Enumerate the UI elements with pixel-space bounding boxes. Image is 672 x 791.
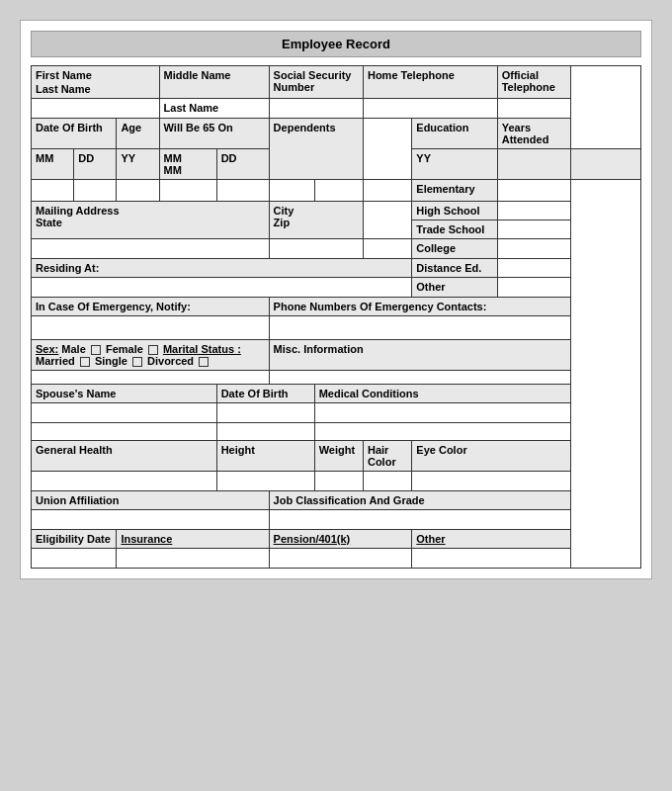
social-security-input[interactable] <box>269 99 363 119</box>
height-input[interactable] <box>216 472 314 491</box>
emergency-input[interactable] <box>32 316 270 340</box>
dd-input[interactable] <box>74 180 117 202</box>
emergency-phone-input[interactable] <box>269 316 570 340</box>
spouse-name-input[interactable] <box>32 403 217 423</box>
college-input[interactable] <box>497 239 570 259</box>
general-health-input[interactable] <box>32 472 217 491</box>
mailing-address-input[interactable] <box>32 239 270 259</box>
job-classification-input[interactable] <box>269 510 570 530</box>
yy-label: YY <box>117 149 159 180</box>
middle-name-input[interactable]: Last Name <box>159 99 269 119</box>
union-affiliation-input[interactable] <box>32 510 270 530</box>
hair-color-input[interactable] <box>363 472 411 491</box>
job-classification-label: Job Classification And Grade <box>269 491 570 510</box>
spouse-name-label: Spouse's Name <box>32 385 217 403</box>
dob2-extra <box>216 423 314 441</box>
city-input[interactable] <box>363 202 411 239</box>
emergency-phone-label: Phone Numbers Of Emergency Contacts: <box>269 298 570 316</box>
misc-info-label: Misc. Information <box>269 340 570 371</box>
dob2-input[interactable] <box>216 403 314 423</box>
trade-school-label: Trade School <box>412 220 497 239</box>
city-label: City Zip <box>269 202 363 239</box>
mm-input[interactable] <box>32 180 74 202</box>
eligibility-date-input[interactable] <box>32 549 117 569</box>
years-attended-label: Years Attended <box>497 119 570 149</box>
age-label: Age <box>117 119 159 149</box>
eye-color-input[interactable] <box>412 472 570 491</box>
dependents-input3[interactable] <box>363 180 411 202</box>
home-telephone-label: Home Telephone <box>363 66 497 99</box>
other-input[interactable] <box>497 278 570 298</box>
mm-label: MM <box>32 149 74 180</box>
official-telephone-input[interactable] <box>497 99 570 119</box>
other-label: Other <box>412 278 497 298</box>
general-health-label: General Health <box>32 441 217 472</box>
medical-conditions-input[interactable] <box>314 403 570 423</box>
first-name-label: First Name Last Name <box>32 66 160 99</box>
male-checkbox[interactable] <box>91 345 101 355</box>
residing-at-label: Residing At: <box>32 259 412 278</box>
distance-ed-input[interactable] <box>497 259 570 278</box>
yy-input[interactable] <box>117 180 159 202</box>
eye-color-label: Eye Color <box>412 441 570 472</box>
pension-input[interactable] <box>269 549 412 569</box>
insurance-input[interactable] <box>117 549 269 569</box>
divorced-checkbox[interactable] <box>199 357 209 367</box>
sex-row: Sex: Male Female Marital Status : Marrie… <box>32 340 270 371</box>
other-bottom-input[interactable] <box>412 549 570 569</box>
high-school-input[interactable] <box>497 202 570 220</box>
pension-label: Pension/401(k) <box>269 530 412 549</box>
misc-info-input[interactable] <box>269 371 570 385</box>
education-sub-label <box>497 149 570 180</box>
sex-input-row <box>32 371 270 385</box>
form-title: Employee Record <box>31 31 641 57</box>
insurance-label: Insurance <box>117 530 269 549</box>
hair-color-label: Hair Color <box>363 441 411 472</box>
dependents-input2[interactable] <box>314 180 363 202</box>
form-table: First Name Last Name Middle Name Social … <box>31 65 641 569</box>
college-label: College <box>412 239 497 259</box>
willbe65-label: Will Be 65 On <box>159 119 269 149</box>
medical-extra[interactable] <box>314 423 570 441</box>
single-checkbox[interactable] <box>132 357 142 367</box>
employee-record-page: Employee Record First Name Last Name Mid… <box>20 20 652 579</box>
female-checkbox[interactable] <box>148 345 158 355</box>
trade-school-input[interactable] <box>497 220 570 239</box>
dd2-input[interactable] <box>269 180 314 202</box>
weight-label: Weight <box>314 441 363 472</box>
married-checkbox[interactable] <box>80 357 90 367</box>
residing-at-input[interactable] <box>32 278 412 298</box>
medical-conditions-label: Medical Conditions <box>314 385 570 403</box>
eligibility-date-label: Eligibility Date <box>32 530 117 549</box>
dependents-input[interactable] <box>363 119 411 180</box>
union-affiliation-label: Union Affiliation <box>32 491 270 510</box>
years-attended-sub <box>570 149 640 180</box>
dob2-label: Date Of Birth <box>216 385 314 403</box>
mm2-input[interactable] <box>216 180 269 202</box>
middle-name-label: Middle Name <box>159 66 269 99</box>
distance-ed-label: Distance Ed. <box>412 259 497 278</box>
dob-label: Date Of Birth <box>32 119 117 149</box>
high-school-label: High School <box>412 202 497 220</box>
state-input[interactable] <box>363 239 411 259</box>
zip-input[interactable] <box>269 239 363 259</box>
spouse-extra-row <box>32 423 217 441</box>
mm2-label: MMMM <box>159 149 216 180</box>
first-name-input[interactable] <box>32 99 160 119</box>
mailing-address-label: Mailing Address State <box>32 202 270 239</box>
yy2-label: YY <box>412 149 497 180</box>
elementary-label: Elementary <box>412 180 497 202</box>
dd-label: DD <box>74 149 117 180</box>
social-security-label: Social Security Number <box>269 66 363 99</box>
dd2-label: DD <box>216 149 269 180</box>
weight-input[interactable] <box>314 472 363 491</box>
dependents-label: Dependents <box>269 119 363 180</box>
education-label: Education <box>412 119 497 149</box>
other-bottom-label: Other <box>412 530 570 549</box>
elementary-input[interactable] <box>497 180 570 202</box>
official-telephone-label: Official Telephone <box>497 66 570 99</box>
home-telephone-input[interactable] <box>363 99 497 119</box>
age-input[interactable] <box>159 180 216 202</box>
emergency-label: In Case Of Emergency, Notify: <box>32 298 270 316</box>
height-label: Height <box>216 441 314 472</box>
